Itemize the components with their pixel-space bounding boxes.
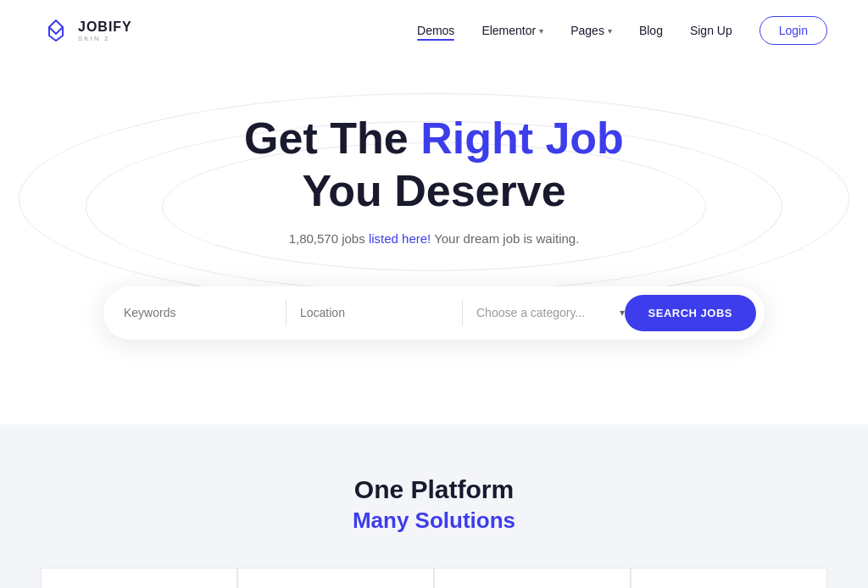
hero-title-prefix: Get The — [244, 114, 420, 163]
category-card-human-research[interactable]: Human Research & — [434, 568, 631, 588]
subtitle-suffix: Your dream job is waiting. — [431, 231, 579, 246]
subtitle-prefix: 1,80,570 jobs — [289, 231, 369, 246]
category-grid: Marketing & Design & — [41, 568, 827, 588]
search-bar: Choose a category... ▾ SEARCH JOBS — [103, 286, 765, 340]
logo-name: JOBIFY — [78, 19, 132, 35]
signup-button[interactable]: Sign Up — [690, 24, 732, 37]
pages-chevron-icon: ▾ — [608, 26, 612, 36]
platform-title: One Platform — [41, 475, 827, 504]
search-divider-1 — [286, 300, 287, 325]
subtitle-link[interactable]: listed here! — [369, 231, 431, 246]
nav-blog[interactable]: Blog — [639, 24, 663, 37]
search-button[interactable]: SEARCH JOBS — [625, 295, 756, 331]
category-select-wrap[interactable]: Choose a category... ▾ — [476, 299, 625, 326]
hero-section: Get The Right Job You Deserve 1,80,570 j… — [0, 61, 868, 424]
nav-demos[interactable]: Demos — [417, 24, 454, 37]
hero-title-suffix: You Deserve — [302, 166, 565, 215]
nav-elementor[interactable]: Elementor ▾ — [481, 24, 543, 37]
keywords-input[interactable] — [124, 299, 272, 326]
logo[interactable]: JOBIFY SKIN 2 — [41, 15, 132, 46]
category-card-finance[interactable]: Finance — [631, 568, 827, 588]
hero-subtitle: 1,80,570 jobs listed here! Your dream jo… — [41, 231, 827, 246]
platform-subtitle: Many Solutions — [41, 508, 827, 534]
search-divider-2 — [462, 300, 463, 325]
category-chevron-icon: ▾ — [620, 307, 625, 319]
nav-links: Demos Elementor ▾ Pages ▾ Blog Sign Up L… — [417, 16, 827, 45]
logo-icon — [41, 15, 71, 46]
hero-title-accent: Right Job — [420, 114, 624, 163]
location-input[interactable] — [300, 299, 448, 326]
nav-pages[interactable]: Pages ▾ — [570, 24, 612, 37]
hero-title: Get The Right Job You Deserve — [41, 112, 827, 218]
login-button[interactable]: Login — [760, 16, 827, 45]
bottom-section: One Platform Many Solutions Marketing & — [0, 424, 868, 588]
category-select[interactable]: Choose a category... — [476, 306, 615, 319]
logo-skin: SKIN 2 — [78, 35, 132, 42]
navbar: JOBIFY SKIN 2 Demos Elementor ▾ Pages ▾ … — [0, 0, 868, 61]
category-card-marketing[interactable]: Marketing & — [41, 568, 237, 588]
elementor-chevron-icon: ▾ — [539, 26, 543, 36]
category-card-design[interactable]: Design & — [237, 568, 434, 588]
logo-text: JOBIFY SKIN 2 — [78, 19, 132, 42]
